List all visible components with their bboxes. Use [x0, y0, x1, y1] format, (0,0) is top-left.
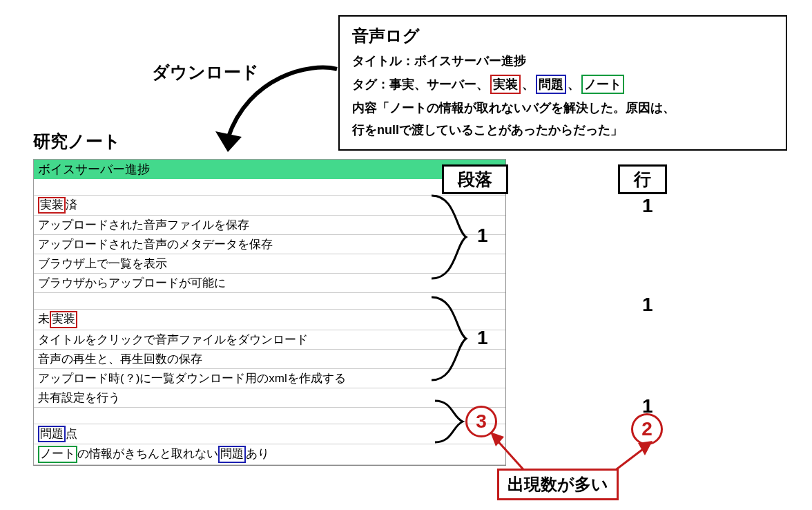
audio-log-title-line: タイトル：ボイスサーバー進捗 — [352, 53, 773, 69]
section3-row-blue: 問題 — [218, 446, 246, 462]
audio-log-box: 音声ログ タイトル：ボイスサーバー進捗 タグ：事実、サーバー、実装、問題、ノート… — [338, 15, 787, 151]
audio-log-tag-line: タグ：事実、サーバー、実装、問題、ノート — [352, 75, 773, 94]
row-column-header: 行 — [618, 164, 667, 194]
bracket-paragraph-2 — [428, 294, 470, 384]
audio-log-content-text1: 「ノートの情報が取れないバグを解決した。原因は、 — [377, 101, 675, 115]
audio-log-content-label: 内容 — [352, 101, 377, 115]
tag-blue: 問題 — [536, 75, 566, 94]
section3-row: ノートの情報がきちんと取れない問題あり — [34, 444, 505, 464]
tag-sep1: 、 — [522, 77, 534, 91]
audio-log-title-value: ボイスサーバー進捗 — [414, 54, 526, 68]
bracket-paragraph-1 — [428, 192, 470, 282]
section3-green: ノート — [38, 446, 77, 462]
svg-marker-0 — [215, 131, 242, 152]
bracket-paragraph-3 — [432, 397, 466, 446]
row-score-1: 1 — [642, 195, 653, 217]
audio-log-content-line2: 行をnullで渡していることがあったからだった」 — [352, 122, 773, 138]
audio-log-tag-label: タグ： — [352, 77, 389, 91]
note-title: ボイスサーバー進捗 — [34, 160, 505, 179]
tag-green: ノート — [581, 75, 624, 94]
research-note-label: 研究ノート — [33, 130, 121, 153]
section3-blue: 問題 — [38, 426, 66, 442]
section1-red: 実装 — [38, 197, 66, 214]
tag-red: 実装 — [490, 75, 521, 94]
paragraph-column-header: 段落 — [442, 164, 508, 194]
row-score-2: 1 — [642, 294, 653, 316]
tag-sep2: 、 — [568, 77, 580, 91]
audio-log-title-label: タイトル： — [352, 54, 414, 68]
callout-box: 出現数が多い — [497, 469, 619, 500]
audio-log-content-line1: 内容「ノートの情報が取れないバグを解決した。原因は、 — [352, 100, 773, 116]
download-arrow-icon — [207, 55, 345, 166]
paragraph-score-2: 1 — [477, 327, 488, 349]
paragraph-score-1: 1 — [477, 225, 488, 247]
audio-log-heading: 音声ログ — [352, 25, 773, 47]
section2-red: 実装 — [50, 311, 77, 328]
svg-marker-2 — [638, 441, 652, 455]
audio-log-tags-prefix: 事実、サーバー、 — [389, 77, 489, 91]
